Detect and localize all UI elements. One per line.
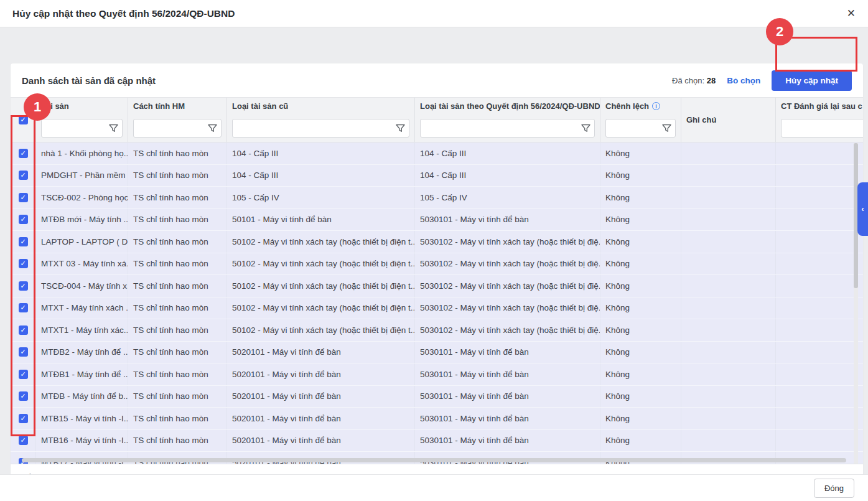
deselect-button[interactable]: Bỏ chọn xyxy=(727,76,760,85)
modal-title: Hủy cập nhật theo Quyết định 56/2024/QĐ-… xyxy=(12,8,235,19)
cell-difference: Không xyxy=(600,209,681,231)
horizontal-scrollbar[interactable] xyxy=(22,458,849,462)
cell-depreciation-method: TS chỉ tính hao mòn xyxy=(128,297,227,319)
cell-difference: Không xyxy=(600,342,681,363)
row-checkbox[interactable] xyxy=(19,215,28,224)
cell-asset: TSCĐ-002 - Phòng học... xyxy=(36,187,128,208)
select-all-checkbox[interactable] xyxy=(19,115,28,124)
cell-asset: MTXT 03 - Máy tính xá... xyxy=(36,253,128,275)
row-select-cell xyxy=(11,253,36,275)
cell-difference: Không xyxy=(600,363,681,385)
cell-note xyxy=(681,363,776,385)
cell-difference: Không xyxy=(600,430,681,452)
asset-list-card: Danh sách tài sản đã cập nhật Đã chọn: 2… xyxy=(11,63,863,491)
cell-reevaluation-doc xyxy=(776,187,863,208)
table-header-column: Cách tính HM i xyxy=(128,98,227,142)
cell-new-asset-type: 5030102 - Máy vi tính xách tay (hoặc thi… xyxy=(415,275,600,297)
selected-count: 28 xyxy=(707,76,716,85)
cell-old-asset-type: 50102 - Máy vi tính xách tay (hoặc thiết… xyxy=(227,275,415,297)
table-row: PMDGHT - Phần mềm ... TS chỉ tính hao mò… xyxy=(11,165,863,187)
table-row: TSCĐ-002 - Phòng học... TS chỉ tính hao … xyxy=(11,187,863,209)
cell-reevaluation-doc xyxy=(776,209,863,231)
row-checkbox[interactable] xyxy=(19,436,28,445)
table-header-row: Tài sản i Cách tính HM i L xyxy=(11,97,863,143)
row-checkbox[interactable] xyxy=(19,325,28,335)
row-checkbox[interactable] xyxy=(19,259,28,268)
cell-note xyxy=(681,231,776,253)
cell-note xyxy=(681,187,776,208)
column-filter xyxy=(128,115,226,142)
cell-reevaluation-doc xyxy=(776,275,863,297)
row-checkbox[interactable] xyxy=(19,149,28,158)
column-filter xyxy=(415,115,600,142)
table-header-column: Chênh lệch i xyxy=(600,98,681,142)
cell-note xyxy=(681,386,776,408)
cell-difference: Không xyxy=(600,143,681,164)
row-checkbox[interactable] xyxy=(19,193,28,202)
cell-asset: MTB15 - Máy vi tính -I... xyxy=(36,408,128,429)
row-select-cell xyxy=(11,430,36,452)
filter-funnel-icon[interactable] xyxy=(661,123,672,134)
row-select-cell xyxy=(11,386,36,408)
filter-funnel-icon[interactable] xyxy=(395,123,406,134)
row-checkbox[interactable] xyxy=(19,391,28,401)
table-row: MTB15 - Máy vi tính -I... TS chỉ tính ha… xyxy=(11,408,863,430)
cell-new-asset-type: 5030102 - Máy vi tính xách tay (hoặc thi… xyxy=(415,253,600,275)
filter-funnel-icon[interactable] xyxy=(581,123,591,134)
cell-asset: MTĐB2 - Máy tính để ... xyxy=(36,342,128,363)
column-filter xyxy=(36,115,128,142)
close-icon[interactable]: ✕ xyxy=(847,8,856,19)
table-row: MTB16 - Máy vi tính -I... TS chỉ tính ha… xyxy=(11,430,863,452)
column-filter xyxy=(776,115,863,142)
row-checkbox[interactable] xyxy=(19,414,28,423)
column-filter-input[interactable] xyxy=(782,119,863,137)
cell-depreciation-method: TS chỉ tính hao mòn xyxy=(128,342,227,363)
row-select-cell xyxy=(11,209,36,231)
cell-depreciation-method: TS chỉ tính hao mòn xyxy=(128,363,227,385)
cell-reevaluation-doc xyxy=(776,430,863,452)
cell-reevaluation-doc xyxy=(776,319,863,341)
cell-note xyxy=(681,408,776,429)
cell-difference: Không xyxy=(600,319,681,341)
collapse-panel-tab[interactable]: ‹ xyxy=(857,182,868,236)
cell-asset: MTB16 - Máy vi tính -I... xyxy=(36,430,128,452)
cell-asset: nhà 1 - Khối phòng họ... xyxy=(36,143,128,164)
cell-depreciation-method: TS chỉ tính hao mòn xyxy=(128,253,227,275)
cell-reevaluation-doc xyxy=(776,143,863,164)
row-checkbox[interactable] xyxy=(19,303,28,312)
cell-difference: Không xyxy=(600,187,681,208)
selected-count-label: Đã chọn: 28 xyxy=(672,76,716,85)
row-checkbox[interactable] xyxy=(19,370,28,379)
row-select-cell xyxy=(11,342,36,363)
horizontal-scrollbar-thumb[interactable] xyxy=(22,458,846,462)
cell-new-asset-type: 5030101 - Máy vi tính để bàn xyxy=(415,342,600,363)
column-filter-input[interactable] xyxy=(421,119,594,137)
row-checkbox[interactable] xyxy=(19,237,28,246)
cell-depreciation-method: TS chỉ tính hao mòn xyxy=(128,275,227,297)
row-checkbox[interactable] xyxy=(19,171,28,180)
cell-old-asset-type: 50102 - Máy vi tính xách tay (hoặc thiết… xyxy=(227,319,415,341)
card-header: Danh sách tài sản đã cập nhật Đã chọn: 2… xyxy=(11,63,863,97)
filter-funnel-icon[interactable] xyxy=(207,123,218,134)
row-checkbox[interactable] xyxy=(19,281,28,291)
column-label: Loại tài sản theo Quyết định 56/2024/QĐ-… xyxy=(415,98,600,115)
table-row: MTĐB mới - Máy tính ... TS chỉ tính hao … xyxy=(11,209,863,232)
cell-note xyxy=(681,253,776,275)
table-row: MTXT - Máy tính xách ... TS chỉ tính hao… xyxy=(11,297,863,320)
cell-new-asset-type: 5030101 - Máy vi tính để bàn xyxy=(415,430,600,452)
column-filter-input[interactable] xyxy=(233,119,409,137)
info-icon[interactable]: i xyxy=(652,102,660,110)
cell-reevaluation-doc xyxy=(776,165,863,187)
close-dialog-button[interactable]: Đóng xyxy=(814,479,854,498)
row-select-cell xyxy=(11,165,36,187)
column-label: Cách tính HM i xyxy=(128,98,226,115)
cell-depreciation-method: TS chỉ tính hao mòn xyxy=(128,386,227,408)
cancel-update-button[interactable]: Hủy cập nhật xyxy=(772,70,852,91)
cell-depreciation-method: TS chỉ tính hao mòn xyxy=(128,187,227,208)
table-row: MTXT1 - Máy tính xác... TS chỉ tính hao … xyxy=(11,319,863,342)
filter-funnel-icon[interactable] xyxy=(108,123,119,134)
row-select-cell xyxy=(11,187,36,208)
row-checkbox[interactable] xyxy=(19,347,28,357)
row-select-cell xyxy=(11,297,36,319)
table-row: MTĐB - Máy tính để b... TS chỉ tính hao … xyxy=(11,386,863,408)
